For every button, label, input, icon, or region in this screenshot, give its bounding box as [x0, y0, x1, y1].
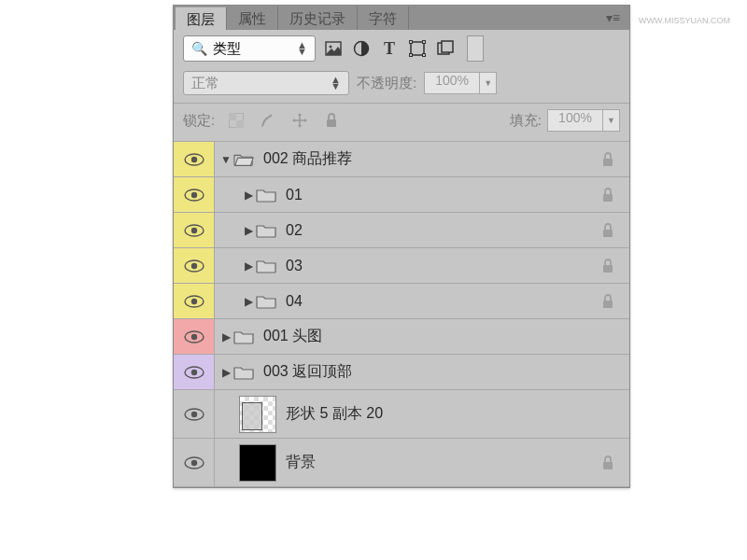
layer-name[interactable]: 03	[286, 258, 303, 274]
layer-body: ▶03	[215, 248, 629, 283]
lock-icon	[601, 152, 614, 167]
filter-pixel-icon[interactable]	[323, 38, 344, 59]
search-icon: 🔍	[191, 41, 207, 56]
tab-properties[interactable]: 属性	[227, 7, 278, 30]
layer-body: ▶003 返回顶部	[215, 355, 629, 389]
layer-body: ▶001 头图	[215, 319, 629, 354]
layer-body: ▼002 商品推荐	[215, 142, 629, 176]
layer-row[interactable]: 形状 5 副本 20	[174, 390, 629, 439]
svg-rect-3	[411, 42, 424, 55]
filter-smart-icon[interactable]	[435, 38, 456, 59]
visibility-toggle[interactable]	[174, 355, 215, 389]
visibility-toggle[interactable]	[174, 248, 215, 283]
filter-toggle-switch[interactable]	[467, 35, 484, 62]
lock-all-icon[interactable]	[321, 110, 342, 131]
layers-panel: 图层 属性 历史记录 字符 ▾≡ 🔍 类型 ▲▼ T 正常 ▲▼ 不透明度:	[173, 5, 630, 488]
disclosure-triangle-icon[interactable]: ▶	[218, 330, 233, 343]
layer-name[interactable]: 04	[286, 293, 303, 310]
folder-icon	[256, 188, 276, 203]
visibility-toggle[interactable]	[174, 319, 215, 354]
disclosure-triangle-icon[interactable]: ▼	[218, 153, 233, 166]
svg-rect-16	[603, 159, 613, 166]
layer-name[interactable]: 002 商品推荐	[263, 149, 352, 169]
blend-mode-label: 正常	[191, 75, 219, 92]
layer-thumbnail	[239, 444, 276, 482]
layer-row[interactable]: ▶04	[174, 284, 629, 319]
layer-row[interactable]: 背景	[174, 439, 629, 487]
tab-character[interactable]: 字符	[358, 7, 409, 30]
folder-icon	[233, 329, 254, 344]
lock-icon	[601, 294, 614, 309]
visibility-toggle[interactable]	[174, 177, 215, 212]
opacity-input[interactable]: 100%	[424, 72, 480, 94]
visibility-toggle[interactable]	[174, 390, 215, 438]
updown-icon: ▲▼	[331, 77, 341, 90]
svg-rect-28	[603, 301, 613, 308]
disclosure-triangle-icon[interactable]: ▶	[241, 259, 256, 273]
filter-label: 类型	[213, 40, 291, 58]
tab-history[interactable]: 历史记录	[278, 7, 358, 30]
layer-name[interactable]: 02	[286, 222, 303, 239]
filter-text-icon[interactable]: T	[379, 38, 400, 59]
filter-type-select[interactable]: 🔍 类型 ▲▼	[183, 35, 316, 62]
updown-icon: ▲▼	[297, 42, 307, 55]
fill-label: 填充:	[510, 112, 542, 130]
svg-point-27	[190, 298, 196, 303]
svg-point-18	[190, 191, 196, 197]
layer-row[interactable]: ▶03	[174, 248, 629, 284]
layer-body: ▶01	[215, 177, 629, 212]
disclosure-triangle-icon[interactable]: ▶	[241, 295, 256, 308]
layer-row[interactable]: ▶001 头图	[174, 319, 629, 355]
folder-icon	[256, 259, 276, 273]
layer-name[interactable]: 形状 5 副本 20	[286, 404, 383, 424]
lock-icon	[601, 188, 614, 203]
layer-body: 背景	[215, 439, 629, 486]
folder-icon	[256, 223, 276, 238]
layer-row[interactable]: ▶02	[174, 213, 629, 248]
layer-name[interactable]: 003 返回顶部	[263, 362, 352, 382]
visibility-toggle[interactable]	[174, 213, 215, 247]
svg-rect-19	[603, 194, 613, 202]
lock-icon	[601, 223, 614, 238]
opacity-dropdown[interactable]: ▼	[480, 72, 497, 94]
lock-position-icon[interactable]	[289, 110, 310, 131]
svg-rect-22	[603, 230, 613, 237]
visibility-toggle[interactable]	[174, 439, 215, 486]
layer-body: 形状 5 副本 20	[215, 390, 629, 438]
fill-group: 填充: 100% ▼	[510, 109, 620, 132]
svg-rect-7	[423, 54, 426, 57]
svg-rect-37	[603, 462, 613, 469]
layer-name[interactable]: 001 头图	[263, 327, 322, 346]
visibility-toggle[interactable]	[174, 142, 215, 176]
lock-icon	[601, 259, 614, 273]
disclosure-triangle-icon[interactable]: ▶	[218, 366, 233, 379]
fill-dropdown[interactable]: ▼	[603, 109, 620, 132]
disclosure-triangle-icon[interactable]: ▶	[241, 189, 256, 202]
lock-transparent-icon[interactable]	[226, 110, 247, 131]
layer-row[interactable]: ▼002 商品推荐	[174, 142, 629, 177]
disclosure-triangle-icon[interactable]: ▶	[241, 224, 256, 237]
svg-rect-5	[423, 41, 426, 44]
layer-name[interactable]: 背景	[286, 453, 316, 472]
fill-input[interactable]: 100%	[547, 109, 603, 132]
opacity-input-group: 100% ▼	[424, 72, 497, 94]
visibility-toggle[interactable]	[174, 284, 215, 318]
svg-rect-25	[603, 265, 613, 273]
svg-rect-11	[229, 113, 236, 120]
panel-menu-icon[interactable]: ▾≡	[606, 10, 620, 25]
blend-row: 正常 ▲▼ 不透明度: 100% ▼	[174, 67, 629, 104]
layer-row[interactable]: ▶003 返回顶部	[174, 355, 629, 390]
svg-rect-12	[236, 120, 244, 128]
svg-point-32	[190, 369, 196, 374]
svg-rect-9	[442, 41, 453, 52]
tab-layers[interactable]: 图层	[176, 7, 227, 30]
panel-tabs: 图层 属性 历史记录 字符 ▾≡	[174, 6, 629, 30]
layer-name[interactable]: 01	[286, 187, 303, 203]
filter-adjust-icon[interactable]	[351, 38, 372, 59]
svg-point-36	[190, 459, 196, 465]
layer-row[interactable]: ▶01	[174, 177, 629, 213]
blend-mode-select[interactable]: 正常 ▲▼	[183, 71, 349, 95]
lock-pixels-icon[interactable]	[258, 110, 278, 131]
filter-shape-icon[interactable]	[407, 38, 428, 59]
svg-point-1	[330, 46, 332, 49]
